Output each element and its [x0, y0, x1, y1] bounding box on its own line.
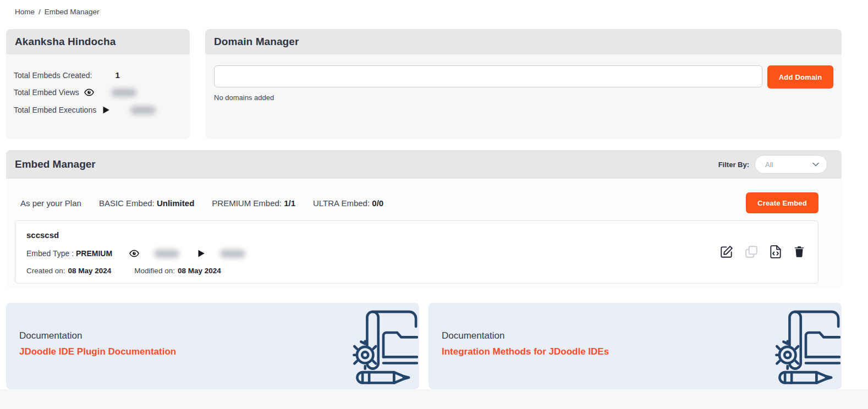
embed-executions-label: Total Embed Executions: [14, 106, 96, 114]
copy-icon[interactable]: [744, 245, 759, 259]
plan-basic: BASIC Embed: Unlimited: [99, 198, 194, 208]
embed-dates-row: Created on:08 May 2024 Modified on:08 Ma…: [26, 267, 719, 275]
embed-views-value-redacted: [111, 89, 136, 97]
filter-by-value: All: [765, 161, 773, 169]
plan-basic-label: BASIC Embed:: [99, 198, 155, 208]
embed-modified: Modified on:08 May 2024: [134, 267, 221, 275]
embed-views-label: Total Embed Views: [14, 88, 79, 97]
plan-premium-label: PREMIUM Embed:: [212, 198, 282, 208]
plan-summary-row: As per your Plan BASIC Embed: Unlimited …: [15, 192, 818, 213]
embed-views-value-redacted: [154, 250, 179, 258]
play-icon: [101, 105, 111, 115]
plan-ultra: ULTRA Embed: 0/0: [313, 198, 383, 208]
embed-created-value: 08 May 2024: [68, 267, 112, 275]
embed-created: Created on:08 May 2024: [26, 267, 111, 275]
plan-ultra-value: 0/0: [372, 198, 383, 208]
filter-by-label: Filter By:: [718, 161, 749, 169]
embed-modified-label: Modified on:: [134, 267, 175, 275]
stat-row-embed-views: Total Embed Views: [14, 87, 182, 98]
plan-premium-value: 1/1: [284, 198, 295, 208]
doc-card-plugin[interactable]: Documentation JDoodle IDE Plugin Documen…: [6, 303, 419, 389]
embed-actions: [719, 245, 806, 259]
embed-type-label: Embed Type :: [26, 249, 74, 258]
docs-gear-pencil-illustration-icon: [349, 306, 418, 386]
chevron-down-icon: [812, 162, 819, 167]
docs-gear-pencil-illustration-icon: [771, 306, 840, 386]
eye-icon: [84, 87, 95, 98]
documentation-row: Documentation JDoodle IDE Plugin Documen…: [6, 303, 842, 389]
embeds-created-value: 1: [115, 70, 119, 80]
filter-by-select[interactable]: All: [755, 155, 827, 174]
embed-created-label: Created on:: [26, 267, 65, 275]
breadcrumb-separator: /: [39, 8, 41, 16]
embed-executions-value-redacted: [220, 250, 245, 258]
embed-list-item: sccscsd Embed Type : PREMIUM: [15, 220, 818, 284]
embed-type-row: Embed Type : PREMIUM: [26, 248, 719, 259]
domain-input[interactable]: [214, 65, 762, 87]
top-cards-row: Akanksha Hindocha Total Embeds Created: …: [6, 29, 842, 139]
add-domain-button[interactable]: Add Domain: [767, 65, 833, 89]
domain-manager-body: Add Domain No domains added: [205, 54, 842, 102]
profile-stats-card: Akanksha Hindocha Total Embeds Created: …: [6, 29, 190, 139]
plan-prefix: As per your Plan: [20, 198, 81, 208]
profile-card-title: Akanksha Hindocha: [6, 29, 190, 54]
domain-manager-title: Domain Manager: [205, 29, 842, 54]
domain-manager-card: Domain Manager Add Domain No domains add…: [205, 29, 842, 139]
create-embed-button[interactable]: Create Embed: [746, 192, 818, 213]
plan-premium: PREMIUM Embed: 1/1: [212, 198, 295, 208]
embed-modified-value: 08 May 2024: [178, 267, 221, 275]
breadcrumb: Home / Embed Manager: [6, 0, 842, 16]
embed-manager-section: Embed Manager Filter By: All As per your…: [6, 150, 842, 289]
embed-name: sccscsd: [26, 230, 719, 240]
embed-executions-value-redacted: [130, 106, 156, 114]
embed-item-details: sccscsd Embed Type : PREMIUM: [26, 228, 719, 275]
edit-icon[interactable]: [719, 245, 734, 259]
page-content: Home / Embed Manager Akanksha Hindocha T…: [0, 0, 868, 389]
embed-type-value: PREMIUM: [76, 249, 112, 258]
eye-icon: [129, 248, 140, 259]
play-icon: [196, 248, 206, 258]
profile-card-body: Total Embeds Created: 1 Total Embed View…: [6, 54, 190, 130]
embed-code-icon[interactable]: [769, 245, 782, 259]
breadcrumb-home[interactable]: Home: [15, 8, 35, 16]
stat-row-embed-executions: Total Embed Executions: [14, 105, 182, 115]
embeds-created-label: Total Embeds Created:: [14, 71, 92, 80]
filter-by-group: Filter By: All: [718, 155, 827, 174]
plan-basic-value: Unlimited: [157, 198, 194, 208]
doc-card-integration[interactable]: Documentation Integration Methods for JD…: [428, 303, 842, 389]
embed-manager-title: Embed Manager: [15, 158, 96, 170]
domain-input-row: Add Domain: [214, 65, 833, 89]
doc-link-integration[interactable]: Integration Methods for JDoodle IDEs: [442, 346, 609, 357]
embed-manager-body: As per your Plan BASIC Embed: Unlimited …: [6, 192, 842, 289]
no-domains-text: No domains added: [214, 93, 833, 102]
plan-ultra-label: ULTRA Embed:: [313, 198, 370, 208]
delete-icon[interactable]: [793, 245, 806, 259]
stat-row-embeds-created: Total Embeds Created: 1: [14, 70, 182, 80]
doc-link-plugin[interactable]: JDoodle IDE Plugin Documentation: [19, 346, 176, 357]
breadcrumb-current: Embed Manager: [45, 8, 100, 16]
page-bottom-strip: [0, 389, 868, 409]
embed-manager-header: Embed Manager Filter By: All: [6, 150, 842, 179]
